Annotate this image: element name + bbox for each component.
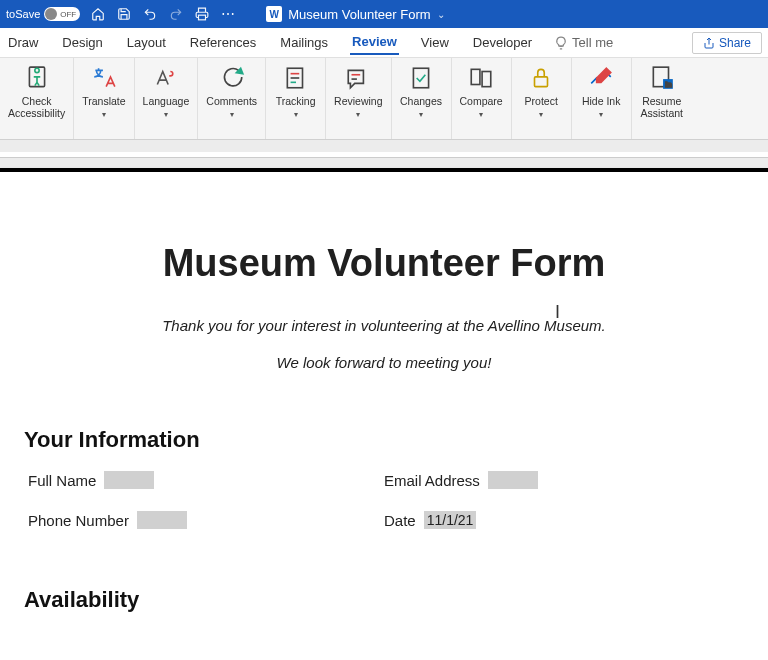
accessibility-icon	[23, 64, 51, 92]
field-email[interactable]: Email Address	[384, 471, 740, 489]
redo-icon[interactable]	[168, 6, 184, 22]
svg-rect-9	[413, 68, 428, 88]
section-availability: Availability	[24, 587, 744, 613]
svg-rect-0	[199, 15, 206, 20]
field-value[interactable]	[488, 471, 538, 489]
tab-mailings[interactable]: Mailings	[278, 31, 330, 54]
word-app-icon: W	[266, 6, 282, 22]
ribbon-label: Language	[143, 96, 190, 108]
field-date[interactable]: Date 11/1/21	[384, 511, 740, 529]
chevron-down-icon: ▾	[294, 110, 298, 119]
svg-text:in: in	[665, 80, 672, 89]
share-icon	[703, 37, 715, 49]
autosave-control[interactable]: toSave OFF	[6, 7, 80, 21]
ribbon-label: Comments	[206, 96, 257, 108]
chevron-down-icon: ▾	[419, 110, 423, 119]
chevron-down-icon: ▾	[479, 110, 483, 119]
section-your-information: Your Information	[24, 427, 744, 453]
translate-icon	[90, 64, 118, 92]
document-page[interactable]: Museum Volunteer Form Thank you for your…	[0, 168, 768, 660]
ribbon-label: Translate	[82, 96, 125, 108]
field-label: Full Name	[28, 472, 96, 489]
ribbon-language[interactable]: Language ▾	[135, 58, 199, 139]
autosave-label: toSave	[6, 8, 40, 20]
field-full-name[interactable]: Full Name	[28, 471, 384, 489]
ribbon-label: Check Accessibility	[8, 96, 65, 119]
more-icon[interactable]: ⋯	[220, 6, 236, 22]
ribbon-toolbar: Check Accessibility Translate ▾ Language…	[0, 58, 768, 140]
comments-icon	[218, 64, 246, 92]
intro-line-1: Thank you for your interest in volunteer…	[24, 317, 744, 334]
chevron-down-icon: ▾	[356, 110, 360, 119]
ribbon-label: Resume Assistant	[640, 96, 683, 119]
document-name: Museum Volunteer Form	[288, 7, 430, 22]
ribbon-tabs: Draw Design Layout References Mailings R…	[0, 28, 768, 58]
chevron-down-icon: ▾	[102, 110, 106, 119]
title-bar: toSave OFF ⋯ W Museum Volunteer Form ⌄	[0, 0, 768, 28]
ribbon-changes[interactable]: Changes ▾	[392, 58, 452, 139]
tab-review[interactable]: Review	[350, 30, 399, 55]
chevron-down-icon: ▾	[230, 110, 234, 119]
ribbon-tracking[interactable]: Tracking ▾	[266, 58, 326, 139]
chevron-down-icon: ▾	[539, 110, 543, 119]
changes-icon	[407, 64, 435, 92]
chevron-down-icon: ▾	[599, 110, 603, 119]
ink-icon	[587, 64, 615, 92]
reviewing-icon	[344, 64, 372, 92]
chevron-down-icon: ⌄	[437, 9, 445, 20]
ribbon-compare[interactable]: Compare ▾	[452, 58, 512, 139]
document-title-bar[interactable]: W Museum Volunteer Form ⌄	[266, 6, 444, 22]
ribbon-label: Tracking	[276, 96, 316, 108]
ribbon-label: Protect	[525, 96, 558, 108]
ribbon-label: Compare	[460, 96, 503, 108]
ribbon-label: Reviewing	[334, 96, 382, 108]
ribbon-comments[interactable]: Comments ▾	[198, 58, 266, 139]
language-icon	[152, 64, 180, 92]
home-icon[interactable]	[90, 6, 106, 22]
tab-view[interactable]: View	[419, 31, 451, 54]
tab-layout[interactable]: Layout	[125, 31, 168, 54]
info-fields: Full Name Email Address Phone Number Dat…	[24, 471, 744, 529]
ribbon-reviewing[interactable]: Reviewing ▾	[326, 58, 391, 139]
chevron-down-icon: ▾	[164, 110, 168, 119]
autosave-state: OFF	[60, 10, 76, 19]
document-area[interactable]: Museum Volunteer Form Thank you for your…	[0, 140, 768, 660]
field-label: Date	[384, 512, 416, 529]
autosave-toggle[interactable]: OFF	[44, 7, 80, 21]
share-button[interactable]: Share	[692, 32, 762, 54]
page-title: Museum Volunteer Form	[24, 242, 744, 285]
tab-draw[interactable]: Draw	[6, 31, 40, 54]
ribbon-resume-assistant[interactable]: in Resume Assistant	[632, 58, 692, 139]
svg-rect-11	[482, 72, 491, 87]
ruler	[0, 152, 768, 158]
ribbon-translate[interactable]: Translate ▾	[74, 58, 134, 139]
ribbon-label: Changes	[400, 96, 442, 108]
lightbulb-icon	[554, 36, 568, 50]
tell-me-search[interactable]: Tell me	[554, 35, 613, 50]
field-label: Email Address	[384, 472, 480, 489]
text-cursor-icon: I	[555, 302, 560, 323]
svg-rect-12	[535, 77, 548, 87]
ribbon-hide-ink[interactable]: Hide Ink ▾	[572, 58, 632, 139]
svg-rect-10	[471, 69, 480, 84]
field-value[interactable]: 11/1/21	[424, 511, 477, 529]
share-label: Share	[719, 36, 751, 50]
undo-icon[interactable]	[142, 6, 158, 22]
field-value[interactable]	[104, 471, 154, 489]
field-label: Phone Number	[28, 512, 129, 529]
tab-references[interactable]: References	[188, 31, 258, 54]
protect-icon	[527, 64, 555, 92]
intro-line-2: We look forward to meeting you!	[24, 354, 744, 371]
field-phone[interactable]: Phone Number	[28, 511, 384, 529]
tell-me-label: Tell me	[572, 35, 613, 50]
tab-developer[interactable]: Developer	[471, 31, 534, 54]
ribbon-protect[interactable]: Protect ▾	[512, 58, 572, 139]
tracking-icon	[282, 64, 310, 92]
ribbon-check-accessibility[interactable]: Check Accessibility	[0, 58, 74, 139]
field-value[interactable]	[137, 511, 187, 529]
tab-design[interactable]: Design	[60, 31, 104, 54]
ribbon-label: Hide Ink	[582, 96, 621, 108]
compare-icon	[467, 64, 495, 92]
save-icon[interactable]	[116, 6, 132, 22]
print-icon[interactable]	[194, 6, 210, 22]
